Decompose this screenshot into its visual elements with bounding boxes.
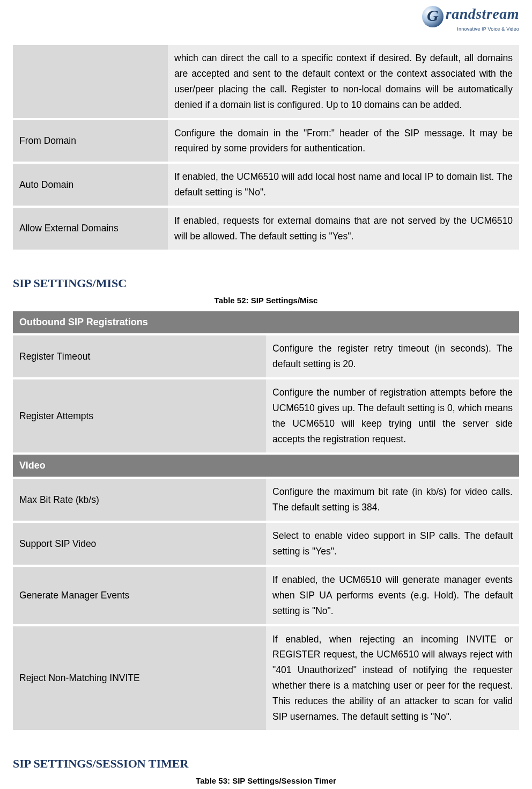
table-caption-session: Table 53: SIP Settings/Session Timer <box>13 776 519 785</box>
setting-description: Configure the maximum bit rate (in kb/s)… <box>266 479 519 521</box>
table-row: Auto Domain If enabled, the UCM6510 will… <box>13 164 519 206</box>
table-row: Generate Manager Events If enabled, the … <box>13 567 519 624</box>
setting-label: Generate Manager Events <box>13 567 266 624</box>
section-header: Outbound SIP Registrations <box>13 311 519 334</box>
setting-description: which can direct the call to a specific … <box>168 45 519 118</box>
setting-description: If enabled, the UCM6510 will generate ma… <box>266 567 519 624</box>
logo-brand-text: randstream <box>446 5 519 22</box>
table-caption-misc: Table 52: SIP Settings/Misc <box>13 296 519 305</box>
setting-label: Allow External Domains <box>13 208 168 250</box>
section-heading-misc: SIP SETTINGS/MISC <box>13 276 519 290</box>
setting-label: Reject Non-Matching INVITE <box>13 626 266 730</box>
setting-label: Support SIP Video <box>13 523 266 565</box>
setting-label: Register Timeout <box>13 335 266 377</box>
brand-logo: randstream Innovative IP Voice & Video <box>422 5 519 32</box>
table-row: From Domain Configure the domain in the … <box>13 120 519 162</box>
table-row: Reject Non-Matching INVITE If enabled, w… <box>13 626 519 730</box>
table-row: Max Bit Rate (kb/s) Configure the maximu… <box>13 479 519 521</box>
setting-label: Max Bit Rate (kb/s) <box>13 479 266 521</box>
setting-label: Auto Domain <box>13 164 168 206</box>
setting-label <box>13 45 168 118</box>
setting-description: If enabled, when rejecting an incoming I… <box>266 626 519 730</box>
setting-label: From Domain <box>13 120 168 162</box>
table-row: which can direct the call to a specific … <box>13 45 519 118</box>
setting-description: Configure the domain in the "From:" head… <box>168 120 519 162</box>
setting-description: Select to enable video support in SIP ca… <box>266 523 519 565</box>
section-row: Video <box>13 455 519 477</box>
settings-table-top: which can direct the call to a specific … <box>13 43 519 252</box>
setting-description: If enabled, requests for external domain… <box>168 208 519 250</box>
settings-table-misc: Outbound SIP Registrations Register Time… <box>13 309 519 732</box>
setting-description: If enabled, the UCM6510 will add local h… <box>168 164 519 206</box>
document-page: randstream Innovative IP Voice & Video w… <box>0 0 532 789</box>
setting-description: Configure the register retry timeout (in… <box>266 335 519 377</box>
logo-graphic: randstream <box>422 5 519 27</box>
table-row: Register Timeout Configure the register … <box>13 335 519 377</box>
section-row: Outbound SIP Registrations <box>13 311 519 334</box>
table-row: Allow External Domains If enabled, reque… <box>13 208 519 250</box>
setting-description: Configure the number of registration att… <box>266 379 519 452</box>
section-heading-session: SIP SETTINGS/SESSION TIMER <box>13 757 519 771</box>
section-header: Video <box>13 455 519 477</box>
logo-g-icon <box>422 6 444 27</box>
page-content: which can direct the call to a specific … <box>0 0 532 789</box>
table-row: Register Attempts Configure the number o… <box>13 379 519 452</box>
table-row: Support SIP Video Select to enable video… <box>13 523 519 565</box>
setting-label: Register Attempts <box>13 379 266 452</box>
